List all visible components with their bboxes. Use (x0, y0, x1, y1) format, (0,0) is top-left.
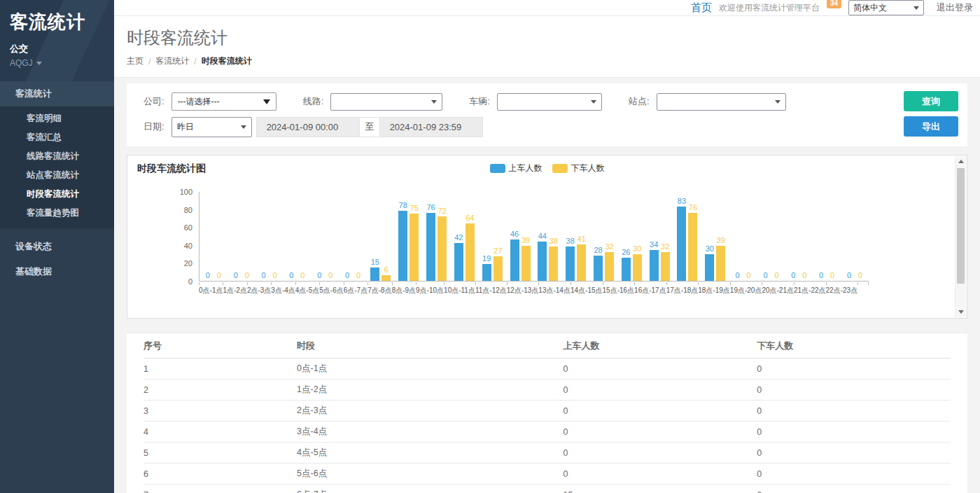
bar-group: 7875 (395, 191, 423, 281)
home-link[interactable]: 首页 (691, 1, 712, 15)
period-flow-table: 序号时段上车人数下车人数 10点-1点0021点-2点0032点-3点0043点… (144, 333, 951, 493)
bar-value-label: 0 (234, 271, 238, 280)
bar-value-label: 0 (747, 271, 751, 280)
sidebar-subitem-station-flow-stats[interactable]: 站点客流统计 (0, 166, 114, 185)
vehicle-select[interactable] (497, 93, 602, 111)
chart-scrollbar[interactable] (955, 156, 966, 317)
bar-group: 00 (227, 191, 255, 281)
org-code-dropdown[interactable]: AQGJ (10, 58, 104, 68)
date-start-input[interactable]: 2024-01-09 00:00 (256, 117, 360, 137)
date-preset-select[interactable]: 昨日 (172, 117, 252, 137)
sidebar-subitem-line-flow-stats[interactable]: 线路客流统计 (0, 147, 114, 166)
bar (716, 246, 725, 281)
bar-value-label: 78 (399, 201, 407, 210)
bar-value-label: 39 (717, 236, 725, 245)
bar-column: 6 (382, 191, 391, 281)
x-tick-label: 18点-19点 (698, 282, 730, 296)
language-select[interactable]: 简体中文 (848, 0, 924, 15)
bar-group: 00 (311, 191, 339, 281)
bar-value-label: 0 (262, 271, 266, 280)
bar-column: 0 (231, 191, 240, 281)
station-select[interactable] (657, 93, 786, 111)
breadcrumb-parent[interactable]: 客流统计 (155, 55, 189, 67)
table-cell: 3 (144, 401, 297, 422)
bar-column: 0 (855, 191, 864, 281)
chart-plot: 0000000000001567875767242641927463944383… (199, 192, 869, 282)
sidebar-subitem-flow-detail[interactable]: 客流明细 (0, 109, 114, 128)
scrollbar-thumb[interactable] (957, 168, 965, 284)
bar (398, 211, 407, 281)
bar-value-label: 15 (371, 258, 379, 267)
sidebar-subitem-flow-trend-chart[interactable]: 客流量趋势图 (0, 204, 114, 223)
bar-value-label: 0 (345, 271, 349, 280)
table-header-cell: 下车人数 (757, 333, 951, 359)
scroll-up-icon[interactable] (955, 156, 967, 167)
x-tick-label: 4点-5点 (295, 282, 319, 296)
scroll-down-icon[interactable] (955, 307, 967, 317)
bar-value-label: 26 (622, 248, 630, 257)
breadcrumb-home[interactable]: 主页 (127, 55, 144, 67)
bar-column: 0 (287, 191, 296, 281)
line-select[interactable] (330, 93, 442, 111)
bar-group: 3039 (701, 191, 729, 281)
date-end-input[interactable]: 2024-01-09 23:59 (379, 117, 483, 137)
sidebar-subitem-period-flow-stats[interactable]: 时段客流统计 (0, 185, 114, 204)
bar-column: 0 (744, 191, 753, 281)
filter-row-1: 公司: ---请选择--- 线路: 车辆: (144, 92, 956, 111)
table-cell: 0 (757, 422, 951, 443)
bar-column: 39 (716, 191, 725, 281)
bar-column: 39 (522, 191, 531, 281)
bar (538, 242, 547, 281)
bar-value-label: 38 (566, 237, 575, 246)
bar-group: 1927 (478, 191, 506, 281)
select-arrow-icon (775, 100, 780, 104)
date-preset-value: 昨日 (177, 121, 194, 133)
table-cell: 5 (144, 443, 297, 464)
legend-item-下车人数[interactable]: 下车人数 (552, 162, 605, 174)
bar (465, 223, 475, 281)
sidebar-item-device-status[interactable]: 设备状态 (0, 234, 114, 259)
bar-group: 00 (283, 191, 311, 281)
bar-value-label: 0 (774, 271, 778, 280)
select-arrow-icon (241, 125, 246, 129)
bar-column: 0 (844, 191, 853, 281)
bar-column: 64 (465, 191, 475, 281)
notification-badge: 34 (827, 0, 841, 8)
app-window: 客流统计 公交 AQGJ 客流统计客流明细客流汇总线路客流统计站点客流统计时段客… (0, 0, 980, 493)
y-tick-label: 60 (184, 223, 192, 232)
vehicle-label: 车辆: (469, 95, 490, 108)
x-tick-label: 15点-16点 (603, 282, 635, 296)
bar (677, 207, 686, 281)
legend-item-上车人数[interactable]: 上车人数 (490, 162, 542, 174)
table-header-row: 序号时段上车人数下车人数 (144, 333, 951, 359)
bar-column: 41 (577, 191, 586, 281)
welcome-text: 欢迎使用客流统计管理平台 (719, 2, 820, 14)
bar-column: 27 (493, 191, 503, 281)
bar-column: 0 (828, 191, 837, 281)
bar-group: 4438 (534, 191, 562, 281)
query-button[interactable]: 查询 (904, 91, 958, 111)
table-row: 65点-6点00 (144, 464, 951, 485)
company-select[interactable]: ---请选择--- (172, 92, 276, 111)
bar (650, 250, 659, 281)
sidebar-subitem-flow-summary[interactable]: 客流汇总 (0, 128, 114, 147)
export-button[interactable]: 导出 (904, 116, 958, 137)
chart-legend: 上车人数下车人数 (490, 162, 605, 174)
bar-column: 44 (538, 191, 547, 281)
bar-value-label: 38 (550, 237, 558, 246)
main-area: 首页 欢迎使用客流统计管理平台 34 简体中文 退出登录 时段客流统计 主页 /… (114, 0, 980, 493)
bar-value-label: 28 (594, 246, 602, 255)
bar-column: 46 (510, 191, 519, 281)
bar-value-label: 0 (802, 271, 806, 280)
bar-group: 3432 (645, 191, 673, 281)
x-tick-label: 1点-2点 (223, 282, 246, 296)
bar-value-label: 0 (289, 271, 293, 280)
bar-column: 0 (354, 191, 363, 281)
sidebar-item-passenger-stats[interactable]: 客流统计 (0, 81, 114, 106)
logout-link[interactable]: 退出登录 (937, 1, 973, 14)
bar-value-label: 0 (206, 271, 210, 280)
table-row: 10点-1点00 (144, 359, 951, 380)
bar-group: 00 (813, 191, 841, 281)
sidebar-item-base-data[interactable]: 基础数据 (0, 259, 114, 284)
bar-value-label: 76 (689, 203, 697, 212)
